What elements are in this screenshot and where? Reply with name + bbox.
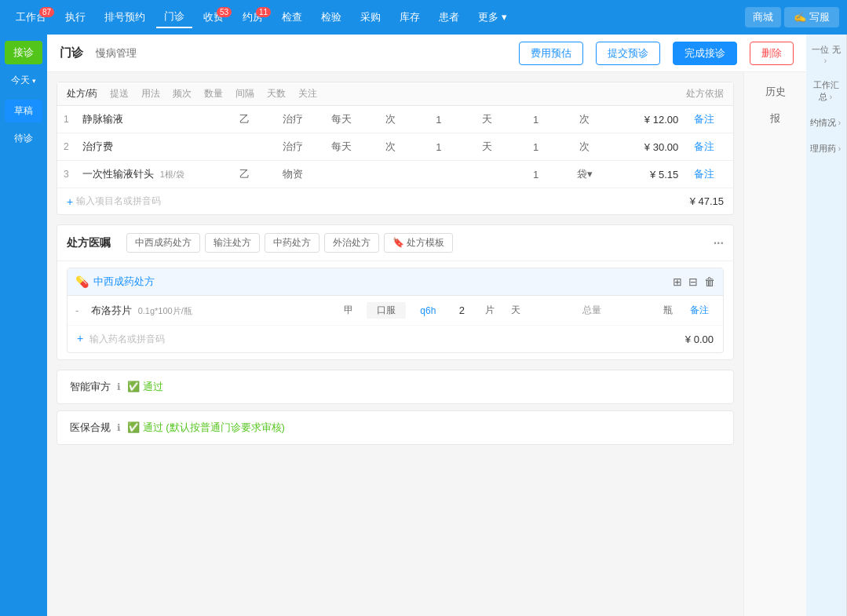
insurance-review-status: ✅ 通过 (默认按普通门诊要求审核) bbox=[127, 421, 285, 435]
nav-schedule[interactable]: 排号预约 bbox=[97, 7, 153, 27]
report-tab[interactable]: 报 bbox=[764, 108, 787, 129]
delete-btn[interactable]: 删除 bbox=[750, 42, 794, 65]
sidebar-draft[interactable]: 草稿 bbox=[5, 100, 42, 122]
insurance-review-info-icon[interactable]: ℹ bbox=[117, 422, 121, 433]
prescription-section-header: 处方医嘱 中西成药处方 输注处方 中药处方 外治处方 🔖 处方模板 ··· bbox=[57, 225, 733, 261]
prescription-type-icon: 💊 bbox=[75, 275, 89, 288]
page-title: 门诊 bbox=[60, 46, 83, 60]
nav-more[interactable]: 更多 ▾ bbox=[470, 7, 515, 27]
sidebar-right-position[interactable]: 一位 无 › bbox=[808, 38, 845, 71]
page-subtitle[interactable]: 慢病管理 bbox=[96, 46, 137, 60]
nav-fee[interactable]: 收费 53 bbox=[195, 7, 232, 27]
nav-workbench[interactable]: 工作台 87 bbox=[8, 7, 54, 27]
export-prescription-btn[interactable]: ⊟ bbox=[688, 275, 698, 288]
sidebar-right-summary[interactable]: 工作汇总 › bbox=[808, 73, 845, 109]
nav-room[interactable]: 约房 11 bbox=[235, 7, 271, 27]
nav-purchase[interactable]: 采购 bbox=[352, 7, 389, 27]
fee-badge: 53 bbox=[217, 7, 232, 17]
drug-row: - 布洛芬片 0.1g*100片/瓶 甲 口服 q6h 2 片 天 总量 bbox=[68, 296, 723, 326]
tab-chinese-medicine[interactable]: 中药处方 bbox=[265, 233, 319, 253]
write-btn[interactable]: ✍ 写服 bbox=[784, 7, 839, 27]
nav-mall[interactable]: 商城 bbox=[745, 7, 781, 27]
prescription-tabs: 中西成药处方 输注处方 中药处方 外治处方 🔖 处方模板 bbox=[126, 233, 453, 253]
more-options-btn[interactable]: ··· bbox=[714, 236, 724, 250]
intelligent-review-info-icon[interactable]: ℹ bbox=[117, 381, 121, 392]
add-treatment-row[interactable]: + 输入项目名或拼音码 ¥ 47.15 bbox=[57, 188, 733, 214]
prescription-title-row: 💊 中西成药处方 ⊞ ⊟ 🗑 bbox=[68, 268, 723, 296]
prescription-actions: ⊞ ⊟ 🗑 bbox=[673, 275, 715, 288]
right-panel: 历史 报 bbox=[743, 72, 806, 616]
nav-lab[interactable]: 检验 bbox=[313, 7, 349, 27]
top-navigation: 工作台 87 执行 排号预约 门诊 收费 53 约房 11 检查 检验 采购 库… bbox=[0, 0, 847, 35]
sidebar-right-panel: 一位 无 › 工作汇总 › 约情况 › 理用药 › bbox=[806, 35, 847, 616]
intelligent-review-status: ✅ 通过 bbox=[127, 380, 163, 394]
intelligent-review-section: 智能审方 ℹ ✅ 通过 bbox=[57, 370, 734, 404]
sidebar-right-appointment[interactable]: 约情况 › bbox=[808, 111, 845, 135]
submit-prediag-btn[interactable]: 提交预诊 bbox=[596, 42, 660, 65]
treatment-table-card: 处方/药 提送 用法 频次 数量 间隔 天数 关注 处方依据 1 bbox=[57, 82, 734, 215]
nav-patient[interactable]: 患者 bbox=[431, 7, 467, 27]
fee-estimate-btn[interactable]: 费用预估 bbox=[519, 42, 583, 65]
history-tab[interactable]: 历史 bbox=[759, 82, 792, 102]
sidebar-right-medication[interactable]: 理用药 › bbox=[808, 137, 845, 161]
nav-examination[interactable]: 检查 bbox=[274, 7, 310, 27]
main-layout: 接诊 今天 ▾ 草稿 待诊 门诊 慢病管理 费用预估 提交预诊 完成接诊 删除 bbox=[0, 35, 847, 616]
table-row: 1 静脉输液 乙 治疗 每天 次 1 天 1 次 ¥ 12.00 备注 bbox=[57, 106, 733, 133]
table-row: 2 治疗费 治疗 每天 次 1 天 1 次 ¥ 30.00 备注 bbox=[57, 133, 733, 161]
nav-execute[interactable]: 执行 bbox=[57, 7, 93, 27]
nav-clinic[interactable]: 门诊 bbox=[156, 6, 192, 28]
tab-external[interactable]: 外治处方 bbox=[324, 233, 379, 253]
treatment-table-header: 处方/药 提送 用法 频次 数量 间隔 天数 关注 处方依据 bbox=[57, 82, 733, 106]
insurance-review-section: 医保合规 ℹ ✅ 通过 (默认按普通门诊要求审核) bbox=[57, 410, 734, 445]
tab-chinese-western[interactable]: 中西成药处方 bbox=[126, 233, 200, 253]
add-drug-row[interactable]: + 输入药名或拼音码 ¥ 0.00 bbox=[68, 326, 723, 352]
delete-prescription-btn[interactable]: 🗑 bbox=[704, 275, 715, 288]
copy-prescription-btn[interactable]: ⊞ bbox=[673, 275, 682, 288]
page-header: 门诊 慢病管理 费用预估 提交预诊 完成接诊 删除 bbox=[47, 35, 806, 72]
accept-btn[interactable]: 接诊 bbox=[5, 41, 42, 64]
left-sidebar: 接诊 今天 ▾ 草稿 待诊 bbox=[0, 35, 47, 616]
sidebar-wait[interactable]: 待诊 bbox=[5, 126, 42, 151]
tab-infusion[interactable]: 输注处方 bbox=[205, 233, 260, 253]
main-content-scroll: 处方/药 提送 用法 频次 数量 间隔 天数 关注 处方依据 1 bbox=[47, 72, 743, 616]
complete-visit-btn[interactable]: 完成接诊 bbox=[673, 42, 737, 65]
content-row: 处方/药 提送 用法 频次 数量 间隔 天数 关注 处方依据 1 bbox=[47, 72, 806, 616]
sidebar-today[interactable]: 今天 ▾ bbox=[5, 67, 42, 93]
tab-template[interactable]: 🔖 处方模板 bbox=[384, 233, 453, 253]
nav-inventory[interactable]: 库存 bbox=[392, 7, 428, 27]
content-area: 门诊 慢病管理 费用预估 提交预诊 完成接诊 删除 处方/药 提送 用法 频次 … bbox=[47, 35, 806, 616]
prescription-inner-card: 💊 中西成药处方 ⊞ ⊟ 🗑 - 布洛芬片 bbox=[67, 268, 724, 353]
table-row: 3 一次性输液针头 1根/袋 乙 物资 1 袋▾ ¥ 5.15 bbox=[57, 161, 733, 188]
room-badge: 11 bbox=[256, 7, 271, 17]
prescription-card: 处方医嘱 中西成药处方 输注处方 中药处方 外治处方 🔖 处方模板 ··· bbox=[57, 224, 734, 360]
workbench-badge: 87 bbox=[39, 7, 54, 17]
